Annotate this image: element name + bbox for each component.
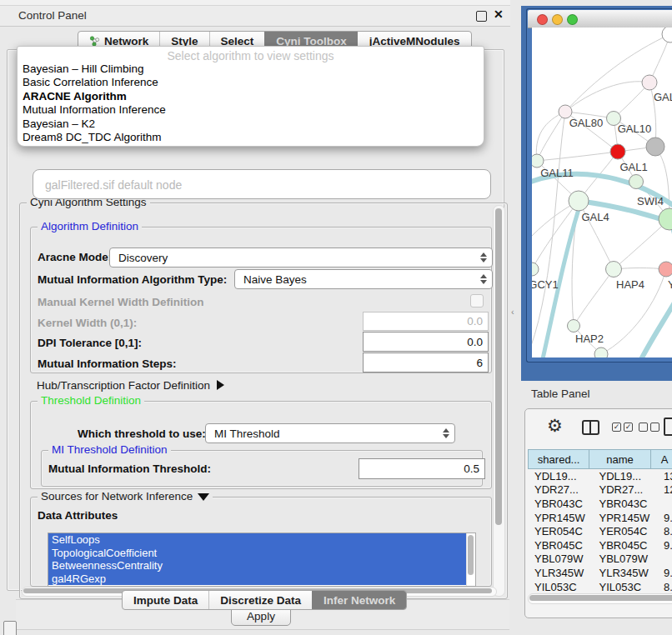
unchecked-pair-icon[interactable]	[639, 422, 659, 432]
table-body: YDL19...YDL19...13YDR27...YDR27...12YBR0…	[528, 469, 672, 594]
split-columns-icon[interactable]	[582, 420, 599, 435]
document-icon[interactable]	[664, 418, 672, 436]
table-row[interactable]: YER054CYER054C8.	[528, 524, 672, 538]
data-attributes-list[interactable]: SelfLoopsTopologicalCoefficientBetweenne…	[48, 532, 476, 587]
network-node[interactable]	[568, 320, 580, 332]
aracne-mode-value: Discovery	[118, 252, 168, 264]
data-attribute-item[interactable]: gal4RGexp	[48, 572, 475, 586]
network-select-combobox[interactable]: galFiltered.sif default node	[33, 169, 491, 199]
table-row[interactable]: YIL053CYIL053C8.	[528, 580, 672, 594]
table-cell: YBR043C	[528, 498, 592, 510]
mac-minimize-icon[interactable]	[552, 14, 563, 25]
network-window-titlebar[interactable]	[528, 10, 672, 28]
scrollbar-thumb[interactable]	[529, 595, 672, 601]
table-row[interactable]: YLR345WYLR345W9.	[528, 566, 672, 580]
mi-steps-field[interactable]: 6	[363, 352, 489, 372]
network-canvas[interactable]: GALGAL80GAL10GAL1GAL11SWI4GAL4GCY1HAP4YH…	[532, 28, 672, 358]
network-node[interactable]	[659, 262, 672, 277]
mi-algorithm-type-value: Naive Bayes	[243, 273, 307, 286]
mac-zoom-icon[interactable]	[567, 14, 578, 25]
aracne-mode-combobox[interactable]: Discovery	[109, 248, 493, 268]
algorithm-option-bayesian-k2[interactable]: Bayesian – K2	[22, 118, 479, 131]
table-row[interactable]: YBR043CYBR043C	[528, 497, 672, 511]
network-edge-highlighted	[635, 302, 672, 358]
combobox-stepper-icon	[443, 428, 449, 438]
algorithm-option-aracne-algorithm[interactable]: ARACNE Algorithm	[22, 90, 479, 103]
dpi-tolerance-field[interactable]: 0.0	[363, 332, 489, 352]
mi-algorithm-type-combobox[interactable]: Naive Bayes	[234, 269, 493, 289]
float-panel-icon[interactable]	[476, 11, 487, 22]
control-panel: Control Panel ✕ NetworkStyleSelectCyni T…	[0, 6, 510, 613]
scrollbar-thumb[interactable]	[468, 535, 474, 575]
tab-impute-data[interactable]: Impute Data	[123, 591, 208, 609]
column-header-name[interactable]: name	[589, 449, 650, 469]
scrollbar-thumb[interactable]	[495, 208, 502, 525]
table-horizontal-scrollbar[interactable]	[528, 593, 672, 604]
mi-threshold-field[interactable]: 0.5	[359, 458, 485, 479]
table-cell: 8.	[657, 581, 672, 593]
node-label-swi4: SWI4	[637, 195, 664, 208]
splitter-handle[interactable]: ‹	[511, 307, 514, 317]
tab-discretize-data[interactable]: Discretize Data	[208, 591, 312, 609]
table-cell: YIL053C	[592, 581, 656, 593]
table-cell: YLR345W	[528, 567, 592, 579]
network-node[interactable]	[610, 144, 625, 159]
hub-definition-label: Hub/Transcription Factor Definition	[37, 379, 210, 392]
algorithm-definition-group: Algorithm Definition Aracne Mode: Discov…	[30, 227, 492, 373]
network-node[interactable]	[629, 175, 644, 189]
node-label-gcy1: GCY1	[532, 278, 559, 291]
table-row[interactable]: YPR145WYPR145W9.	[528, 511, 672, 525]
network-node[interactable]	[642, 75, 657, 90]
data-attribute-item[interactable]: TopologicalCoefficient	[48, 547, 475, 560]
network-node[interactable]	[606, 262, 622, 278]
network-node[interactable]	[646, 138, 664, 156]
network-node[interactable]	[662, 28, 672, 42]
tab-infer-network[interactable]: Infer Network	[312, 591, 406, 609]
threshold-definition-title: Threshold Definition	[38, 394, 144, 407]
list-scrollbar[interactable]	[466, 533, 475, 586]
expand-right-icon	[217, 380, 224, 390]
node-label-gal11: GAL11	[540, 167, 574, 179]
algorithm-option-basic-correlation-inference[interactable]: Basic Correlation Inference	[22, 76, 479, 89]
table-cell: YIL053C	[528, 581, 592, 593]
table-cell: YDR27...	[528, 483, 592, 496]
table-header-row: shared...nameA	[528, 449, 672, 469]
kernel-width-field[interactable]: 0.0	[363, 312, 489, 331]
network-node[interactable]	[532, 262, 539, 276]
table-cell: 13	[657, 470, 672, 482]
close-icon[interactable]: ✕	[494, 8, 504, 21]
table-row[interactable]: YDL19...YDL19...13	[528, 469, 672, 483]
tab-label: Impute Data	[133, 594, 198, 607]
hub-definition-toggle[interactable]: Hub/Transcription Factor Definition	[37, 379, 224, 392]
table-cell: YPR145W	[592, 512, 656, 524]
node-label-y: Y	[668, 278, 672, 291]
column-header-a[interactable]: A	[651, 449, 672, 469]
table-row[interactable]: YBL079WYBL079W	[528, 552, 672, 567]
which-threshold-combobox[interactable]: MI Threshold	[205, 423, 455, 443]
minimized-panel-icon[interactable]	[3, 621, 17, 635]
data-attribute-item[interactable]: SelfLoops	[48, 533, 475, 547]
mac-close-icon[interactable]	[537, 14, 548, 25]
network-node[interactable]	[532, 154, 544, 168]
algorithm-option-bayesian-hill-climbing[interactable]: Bayesian – Hill Climbing	[22, 62, 479, 76]
node-label-gal: GAL	[654, 91, 672, 103]
settings-vertical-scrollbar[interactable]	[493, 205, 505, 597]
node-table: shared...nameA YDL19...YDL19...13YDR27..…	[528, 449, 672, 594]
table-cell: YER054C	[528, 525, 592, 538]
checked-pair-icon[interactable]: ✓✓	[612, 422, 633, 432]
data-attribute-item[interactable]: BetweennessCentrality	[48, 559, 475, 572]
algorithm-option-mutual-information-inference[interactable]: Mutual Information Inference	[22, 103, 479, 117]
mi-steps-label: Mutual Information Steps:	[38, 358, 177, 370]
table-cell: 9.	[657, 539, 672, 552]
network-node[interactable]	[594, 348, 608, 358]
network-node[interactable]	[569, 191, 589, 211]
aracne-mode-label: Aracne Mode:	[38, 251, 112, 263]
table-row[interactable]: YBR045CYBR045C9.	[528, 538, 672, 552]
column-header-shared[interactable]: shared...	[528, 449, 589, 469]
algorithm-dropdown: Select algorithm to view settings Bayesi…	[17, 46, 484, 147]
gear-icon[interactable]: ⚙	[547, 416, 563, 436]
algorithm-option-dream8-dc-tdc-algorithm[interactable]: Dream8 DC_TDC Algorithm	[22, 131, 479, 144]
manual-kernel-checkbox[interactable]	[470, 294, 484, 308]
sources-toggle[interactable]: Sources for Network Inference	[38, 490, 213, 502]
table-row[interactable]: YDR27...YDR27...12	[528, 483, 672, 498]
